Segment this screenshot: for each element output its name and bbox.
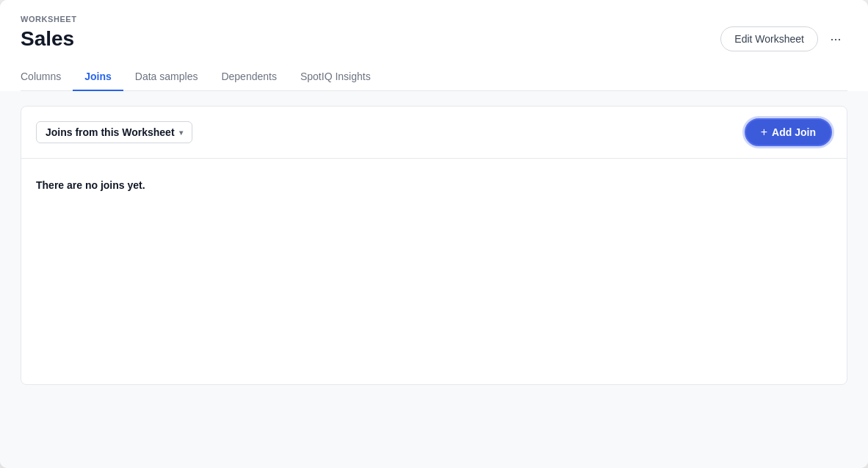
edit-worksheet-button[interactable]: Edit Worksheet: [720, 26, 818, 51]
page-header: WORKSHEET Sales Edit Worksheet ··· Colum…: [0, 0, 868, 91]
worksheet-label: WORKSHEET: [21, 15, 847, 24]
main-content: Joins from this Worksheet ▾ + Add Join T…: [0, 91, 868, 468]
joins-dropdown-label: Joins from this Worksheet: [46, 126, 175, 138]
add-join-label: Add Join: [772, 126, 816, 138]
joins-panel: Joins from this Worksheet ▾ + Add Join T…: [21, 106, 847, 385]
more-icon: ···: [830, 32, 841, 47]
page-title: Sales: [21, 27, 74, 51]
app-window: WORKSHEET Sales Edit Worksheet ··· Colum…: [0, 0, 868, 468]
empty-state-message: There are no joins yet.: [36, 179, 832, 191]
plus-icon: +: [761, 126, 767, 139]
tab-columns[interactable]: Columns: [21, 63, 73, 91]
tab-dependents[interactable]: Dependents: [209, 63, 289, 91]
tab-data-samples[interactable]: Data samples: [123, 63, 210, 91]
header-actions: Edit Worksheet ···: [720, 26, 847, 51]
tab-joins[interactable]: Joins: [73, 63, 123, 91]
chevron-down-icon: ▾: [179, 129, 183, 137]
panel-header: Joins from this Worksheet ▾ + Add Join: [21, 107, 847, 159]
tabs-nav: Columns Joins Data samples Dependents Sp…: [21, 63, 847, 91]
more-options-button[interactable]: ···: [824, 27, 847, 51]
add-join-button[interactable]: + Add Join: [745, 118, 832, 146]
tab-spotiq-insights[interactable]: SpotIQ Insights: [289, 63, 383, 91]
panel-body: There are no joins yet.: [21, 159, 847, 212]
header-row: Sales Edit Worksheet ···: [21, 26, 847, 51]
joins-dropdown-button[interactable]: Joins from this Worksheet ▾: [36, 121, 192, 143]
